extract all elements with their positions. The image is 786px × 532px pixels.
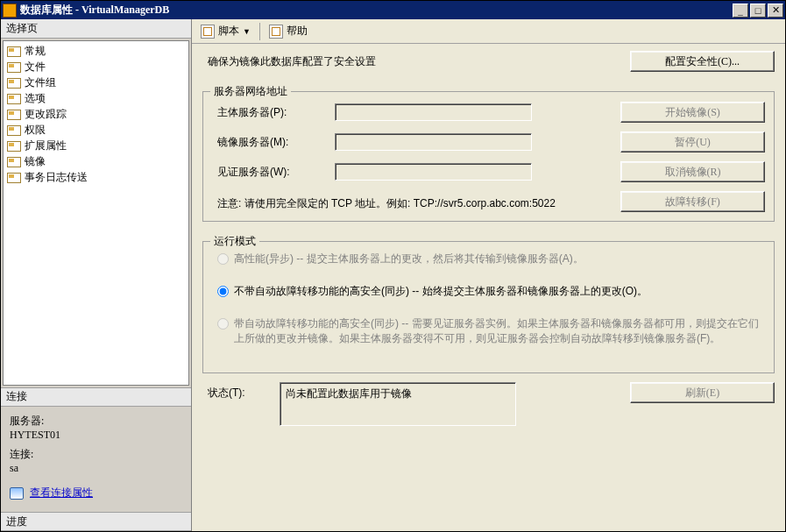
help-label: 帮助 <box>287 24 308 39</box>
page-icon <box>7 171 21 183</box>
page-icon <box>7 139 21 152</box>
help-button[interactable]: 帮助 <box>266 22 311 40</box>
radio-high-performance[interactable]: 高性能(异步) -- 提交主体服务器上的更改，然后将其传输到镜像服务器(A)。 <box>212 252 765 266</box>
tree-item-label: 扩展属性 <box>25 138 67 153</box>
principal-server-label: 主体服务器(P): <box>212 105 335 120</box>
connection-header: 连接 <box>1 387 191 407</box>
security-config-message: 确保为镜像此数据库配置了安全设置 <box>202 54 376 69</box>
page-icon <box>7 155 21 167</box>
mirror-server-label: 镜像服务器(M): <box>212 135 335 150</box>
radio-high-safety-auto[interactable]: 带自动故障转移功能的高安全(同步) -- 需要见证服务器实例。如果主体服务器和镜… <box>212 316 765 346</box>
group-operating-mode-legend: 运行模式 <box>210 234 259 249</box>
toolbar: 脚本 ▼ 帮助 <box>192 19 785 44</box>
radio-high-performance-input[interactable] <box>217 253 229 265</box>
select-page-header: 选择页 <box>1 19 191 39</box>
refresh-button[interactable]: 刷新(E) <box>630 382 775 403</box>
remove-mirroring-button[interactable]: 取消镜像(R) <box>620 161 765 182</box>
start-mirroring-button[interactable]: 开始镜像(S) <box>620 102 765 123</box>
page-icon <box>7 108 21 120</box>
connection-properties-icon <box>10 487 24 500</box>
progress-header: 进度 <box>1 512 191 531</box>
script-icon <box>201 25 215 39</box>
content-area: 确保为镜像此数据库配置了安全设置 配置安全性(C)... 服务器网络地址 主体服… <box>192 44 785 531</box>
right-pane: 脚本 ▼ 帮助 确保为镜像此数据库配置了安全设置 配置安全性(C)... 服务器… <box>192 19 785 531</box>
left-pane: 选择页 常规 文件 文件组 选项 更改跟踪 权限 扩展属性 镜像 事务日志传送 … <box>1 19 192 531</box>
page-icon <box>7 92 21 104</box>
radio-high-safety-auto-input[interactable] <box>217 318 229 330</box>
radio-high-safety-no-auto-label: 不带自动故障转移功能的高安全(同步) -- 始终提交主体服务器和镜像服务器上的更… <box>234 284 648 299</box>
tree-item-label: 镜像 <box>25 154 46 169</box>
tree-item-label: 文件组 <box>25 75 56 90</box>
status-label: 状态(T): <box>202 382 280 401</box>
connection-value: sa <box>10 462 18 474</box>
connection-section: 服务器:HYTEST01 连接:sa 查看连接属性 <box>1 407 191 512</box>
witness-server-input[interactable] <box>335 163 532 181</box>
radio-high-safety-no-auto[interactable]: 不带自动故障转移功能的高安全(同步) -- 始终提交主体服务器和镜像服务器上的更… <box>212 284 765 299</box>
tree-item-label: 权限 <box>25 123 46 138</box>
help-icon <box>269 25 283 39</box>
tree-item-label: 选项 <box>25 91 46 106</box>
script-button[interactable]: 脚本 ▼ <box>197 22 254 40</box>
connection-label: 连接: <box>10 448 33 460</box>
toolbar-separator <box>259 23 260 40</box>
witness-server-label: 见证服务器(W): <box>212 165 335 180</box>
status-value: 尚未配置此数据库用于镜像 <box>286 387 412 400</box>
page-icon <box>7 60 21 73</box>
failover-button[interactable]: 故障转移(F) <box>620 191 765 212</box>
chevron-down-icon: ▼ <box>243 27 251 36</box>
tree-item-extended-properties[interactable]: 扩展属性 <box>4 138 188 153</box>
page-tree: 常规 文件 文件组 选项 更改跟踪 权限 扩展属性 镜像 事务日志传送 <box>3 40 189 386</box>
tree-item-files[interactable]: 文件 <box>4 59 188 74</box>
tree-item-label: 事务日志传送 <box>25 170 88 185</box>
configure-security-button[interactable]: 配置安全性(C)... <box>630 51 775 72</box>
window-titlebar: 数据库属性 - VirtualManagerDB _ □ ✕ <box>0 0 786 19</box>
radio-high-performance-label: 高性能(异步) -- 提交主体服务器上的更改，然后将其传输到镜像服务器(A)。 <box>234 252 584 266</box>
tree-item-permissions[interactable]: 权限 <box>4 122 188 138</box>
close-button[interactable]: ✕ <box>768 4 783 18</box>
page-icon <box>7 45 21 57</box>
page-icon <box>7 124 21 136</box>
pause-button[interactable]: 暂停(U) <box>620 131 765 153</box>
maximize-button[interactable]: □ <box>750 4 766 18</box>
group-server-addresses: 服务器网络地址 主体服务器(P): 开始镜像(S) 镜像服务器(M): 暂停(U… <box>202 91 775 222</box>
group-operating-mode: 运行模式 高性能(异步) -- 提交主体服务器上的更改，然后将其传输到镜像服务器… <box>202 241 775 373</box>
server-label: 服务器: <box>10 415 44 427</box>
radio-high-safety-auto-label: 带自动故障转移功能的高安全(同步) -- 需要见证服务器实例。如果主体服务器和镜… <box>234 316 765 346</box>
app-icon <box>3 4 17 18</box>
script-label: 脚本 <box>218 24 239 39</box>
tree-item-label: 更改跟踪 <box>25 107 67 122</box>
mirror-server-input[interactable] <box>335 133 532 151</box>
tree-item-mirroring[interactable]: 镜像 <box>4 153 188 169</box>
tree-item-filegroups[interactable]: 文件组 <box>4 74 188 90</box>
server-value: HYTEST01 <box>10 429 60 441</box>
tree-item-general[interactable]: 常规 <box>4 43 188 59</box>
status-value-box: 尚未配置此数据库用于镜像 <box>280 382 516 426</box>
page-icon <box>7 76 21 89</box>
tcp-address-note: 注意: 请使用完全限定的 TCP 地址。例如: TCP://svr5.corp.… <box>212 193 561 211</box>
group-server-addresses-legend: 服务器网络地址 <box>210 84 291 99</box>
tree-item-label: 文件 <box>25 60 46 74</box>
view-connection-properties-link[interactable]: 查看连接属性 <box>30 486 93 499</box>
tree-item-change-tracking[interactable]: 更改跟踪 <box>4 106 188 122</box>
radio-high-safety-no-auto-input[interactable] <box>217 286 229 297</box>
minimize-button[interactable]: _ <box>733 4 748 18</box>
window-title: 数据库属性 - VirtualManagerDB <box>20 3 733 18</box>
tree-item-label: 常规 <box>25 44 46 59</box>
principal-server-input[interactable] <box>335 103 532 121</box>
tree-item-log-shipping[interactable]: 事务日志传送 <box>4 169 188 185</box>
tree-item-options[interactable]: 选项 <box>4 90 188 106</box>
